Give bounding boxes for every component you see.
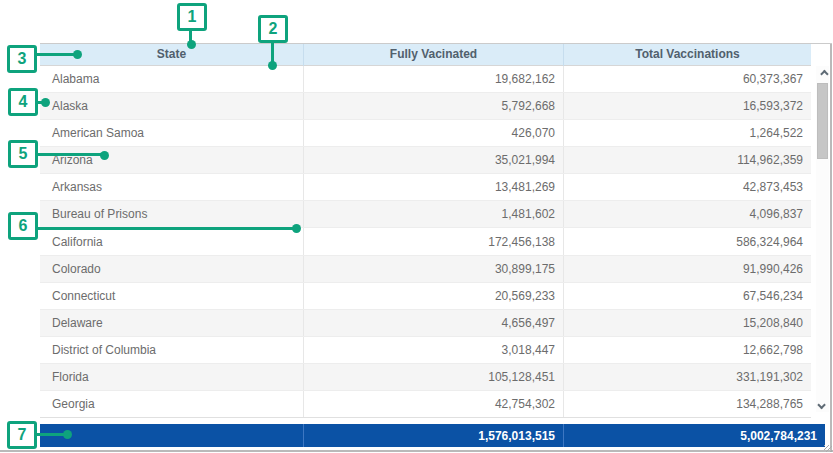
column-header-fully-vacinated[interactable]: Fully Vacinated	[303, 44, 563, 66]
annotation-7-box: 7	[7, 421, 37, 449]
table-row-georgia[interactable]: Georgia42,754,302134,288,765	[40, 391, 811, 417]
annotation-1-box: 1	[177, 3, 207, 31]
vertical-scrollbar[interactable]	[816, 66, 829, 412]
cell-state-district-of-columbia[interactable]: District of Columbia	[40, 337, 303, 363]
chevron-down-icon	[817, 400, 825, 408]
cell-fully-vacinated-arkansas[interactable]: 13,481,269	[303, 174, 563, 200]
cell-total-vaccinations-georgia[interactable]: 134,288,765	[563, 391, 811, 417]
cell-fully-vacinated-american-samoa[interactable]: 426,070	[303, 120, 563, 146]
cell-fully-vacinated-colorado[interactable]: 30,899,175	[303, 256, 563, 282]
annotation-5-box: 5	[8, 140, 38, 168]
window-bottom-edge	[0, 450, 833, 452]
annotation-5-dot	[100, 151, 109, 160]
table-row-american-samoa[interactable]: American Samoa426,0701,264,522	[40, 120, 811, 147]
annotation-2-dot	[268, 61, 277, 70]
cell-state-american-samoa[interactable]: American Samoa	[40, 120, 303, 146]
cell-total-vaccinations-connecticut[interactable]: 67,546,234	[563, 283, 811, 309]
cell-total-vaccinations-alabama[interactable]: 60,373,367	[563, 66, 811, 92]
cell-state-arizona[interactable]: Arizona	[40, 147, 303, 173]
cell-state-florida[interactable]: Florida	[40, 364, 303, 390]
table-row-colorado[interactable]: Colorado30,899,17591,990,426	[40, 256, 811, 283]
cell-state-arkansas[interactable]: Arkansas	[40, 174, 303, 200]
cell-state-california[interactable]: California	[40, 228, 303, 254]
table-row-alabama[interactable]: Alabama19,682,16260,373,367	[40, 66, 811, 93]
totals-row: 1,576,013,515 5,002,784,231	[40, 424, 825, 447]
annotation-6-dot	[292, 224, 301, 233]
totals-total-vaccinations-value: 5,002,784,231	[563, 424, 825, 447]
totals-state-cell	[40, 424, 303, 447]
table-row-alaska[interactable]: Alaska5,792,66816,593,372	[40, 93, 811, 120]
cell-state-alaska[interactable]: Alaska	[40, 93, 303, 119]
cell-fully-vacinated-florida[interactable]: 105,128,451	[303, 364, 563, 390]
cell-total-vaccinations-arkansas[interactable]: 42,873,453	[563, 174, 811, 200]
column-header-total-vaccinations[interactable]: Total Vaccinations	[563, 44, 811, 66]
cell-fully-vacinated-alabama[interactable]: 19,682,162	[303, 66, 563, 92]
cell-fully-vacinated-connecticut[interactable]: 20,569,233	[303, 283, 563, 309]
cell-state-connecticut[interactable]: Connecticut	[40, 283, 303, 309]
annotation-7-dot	[63, 430, 72, 439]
table-row-california[interactable]: California172,456,138586,324,964	[40, 228, 811, 255]
resize-grip-icon	[824, 445, 832, 452]
scroll-down-button[interactable]	[816, 398, 829, 411]
cell-total-vaccinations-arizona[interactable]: 114,962,359	[563, 147, 811, 173]
cell-total-vaccinations-delaware[interactable]: 15,208,840	[563, 310, 811, 336]
annotation-3-dot	[73, 50, 82, 59]
cell-state-georgia[interactable]: Georgia	[40, 391, 303, 417]
annotation-3-connector	[35, 53, 75, 56]
cell-state-delaware[interactable]: Delaware	[40, 310, 303, 336]
scroll-up-button[interactable]	[816, 67, 829, 80]
scrollbar-thumb[interactable]	[817, 83, 828, 159]
cell-state-alabama[interactable]: Alabama	[40, 66, 303, 92]
cell-fully-vacinated-georgia[interactable]: 42,754,302	[303, 391, 563, 417]
report-canvas: State Fully Vacinated Total Vaccinations…	[0, 0, 833, 453]
table-row-district-of-columbia[interactable]: District of Columbia3,018,44712,662,798	[40, 337, 811, 364]
table-row-florida[interactable]: Florida105,128,451331,191,302	[40, 364, 811, 391]
cell-state-colorado[interactable]: Colorado	[40, 256, 303, 282]
cell-total-vaccinations-district-of-columbia[interactable]: 12,662,798	[563, 337, 811, 363]
cell-fully-vacinated-arizona[interactable]: 35,021,994	[303, 147, 563, 173]
cell-total-vaccinations-american-samoa[interactable]: 1,264,522	[563, 120, 811, 146]
cell-total-vaccinations-california[interactable]: 586,324,964	[563, 228, 811, 254]
table-row-connecticut[interactable]: Connecticut20,569,23367,546,234	[40, 283, 811, 310]
annotation-2-box: 2	[258, 15, 288, 43]
annotation-5-connector	[36, 153, 102, 156]
annotation-7-connector	[35, 433, 65, 436]
cell-total-vaccinations-alaska[interactable]: 16,593,372	[563, 93, 811, 119]
annotation-6-connector	[36, 227, 294, 230]
cell-fully-vacinated-alaska[interactable]: 5,792,668	[303, 93, 563, 119]
cell-total-vaccinations-florida[interactable]: 331,191,302	[563, 364, 811, 390]
annotation-4-dot	[41, 98, 50, 107]
cell-total-vaccinations-bureau-of-prisons[interactable]: 4,096,837	[563, 201, 811, 227]
annotation-4-box: 4	[8, 88, 38, 116]
cell-state-bureau-of-prisons[interactable]: Bureau of Prisons	[40, 201, 303, 227]
window-right-edge	[830, 44, 832, 451]
annotation-2-connector	[271, 43, 274, 63]
cell-fully-vacinated-bureau-of-prisons[interactable]: 1,481,602	[303, 201, 563, 227]
table-row-bureau-of-prisons[interactable]: Bureau of Prisons1,481,6024,096,837	[40, 201, 811, 228]
cell-fully-vacinated-california[interactable]: 172,456,138	[303, 228, 563, 254]
annotation-6-box: 6	[8, 212, 38, 240]
cell-fully-vacinated-district-of-columbia[interactable]: 3,018,447	[303, 337, 563, 363]
table-header-row: State Fully Vacinated Total Vaccinations	[40, 44, 811, 66]
annotation-3-box: 3	[7, 45, 37, 73]
chevron-up-icon	[820, 69, 828, 77]
table-body: Alabama19,682,16260,373,367Alaska5,792,6…	[40, 66, 811, 418]
table-row-arizona[interactable]: Arizona35,021,994114,962,359	[40, 147, 811, 174]
cell-total-vaccinations-colorado[interactable]: 91,990,426	[563, 256, 811, 282]
table-row-delaware[interactable]: Delaware4,656,49715,208,840	[40, 310, 811, 337]
totals-fully-vacinated-value: 1,576,013,515	[303, 424, 563, 447]
table-row-arkansas[interactable]: Arkansas13,481,26942,873,453	[40, 174, 811, 201]
annotation-1-dot	[187, 40, 196, 49]
cell-fully-vacinated-delaware[interactable]: 4,656,497	[303, 310, 563, 336]
